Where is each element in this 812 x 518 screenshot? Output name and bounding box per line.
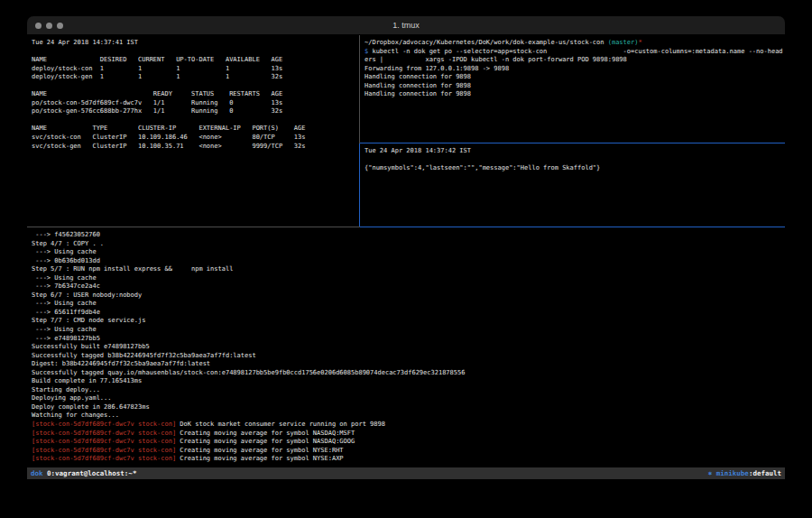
zoom-button[interactable] [57,23,63,29]
terminal-line [32,82,359,91]
terminal-line: Step 5/7 : RUN npm install express && np… [32,265,785,274]
pane-skaffold-log[interactable]: ---> f45623052760Step 4/7 : COPY . . ---… [27,227,785,467]
tmux-status-bar: dok 0:vagrant@localhost:~* ⎈ minikube:de… [27,467,785,479]
terminal-line: [stock-con-5d7df689cf-dwc7v stock-con] C… [32,455,785,464]
minimize-button[interactable] [46,23,52,29]
terminal-line [32,48,359,57]
tmux-session-window-label: dok 0:vagrant@localhost:~* [31,467,136,479]
terminal-line: [stock-con-5d7df689cf-dwc7v stock-con] D… [32,421,785,430]
terminal-line: ---> f45623052760 [32,231,785,240]
kube-context-label: ⎈ minikube:default [708,467,781,479]
terminal-line: Forwarding from 127.0.0.1:9898 -> 9898 [364,65,785,74]
terminal-line: Successfully tagged b38b42246945fd7f32c5… [32,352,785,361]
terminal-line: dok 0:vagrant@localhost:~* [31,467,136,479]
pane-kubectl-watch[interactable]: Tue 24 Apr 2018 14:37:41 ISTNAME DESIRED… [27,35,359,227]
terminal-line: ---> 7b6347ce2a4c [32,282,785,291]
terminal-line: Tue 24 Apr 2018 14:37:42 IST [364,147,785,156]
terminal-line: Digest: b38b42246945fd7f32c5ba9aea7af7fd… [32,360,785,369]
terminal-line: deploy/stock-gen 1 1 1 1 32s [32,73,359,82]
terminal-line: svc/stock-con ClusterIP 10.109.186.46 <n… [32,134,359,143]
terminal-line: po/stock-con-5d7df689cf-dwc7v 1/1 Runnin… [32,99,359,108]
terminal-line: NAME READY STATUS RESTARTS AGE [32,90,359,99]
terminal-line: [stock-con-5d7df689cf-dwc7v stock-con] C… [32,447,785,456]
terminal-line: Handling connection for 9898 [364,73,785,82]
terminal-line [32,116,359,125]
terminal-line: Tue 24 Apr 2018 14:37:41 IST [32,39,359,48]
terminal-line: Watching for changes... [32,412,785,421]
terminal-line: [stock-con-5d7df689cf-dwc7v stock-con] C… [32,430,785,439]
terminal-line: $ kubectl -n dok get po --selector=app=s… [364,48,785,57]
terminal-line: ---> 65611ff9db4e [32,309,785,318]
terminal-line: ---> e74898127bb5 [32,335,785,344]
window-title: 1. tmux [392,21,420,30]
terminal-line: Successfully built e74898127bb5 [32,343,785,352]
traffic-light-buttons [35,16,63,34]
pane-service-watch[interactable]: Tue 24 Apr 2018 14:37:42 IST{"numsymbols… [360,143,785,227]
terminal-line [364,156,785,165]
terminal-line: [stock-con-5d7df689cf-dwc7v stock-con] C… [32,438,785,447]
terminal-line: NAME DESIRED CURRENT UP-TO-DATE AVAILABL… [32,56,359,65]
terminal-line: ---> Using cache [32,300,785,309]
terminal-line: Deploy complete in 286.647823ms [32,403,785,412]
pane-divider-horizontal[interactable] [27,227,785,227]
tmux-terminal: Tue 24 Apr 2018 14:37:41 ISTNAME DESIRED… [27,35,785,482]
terminal-line: NAME TYPE CLUSTER-IP EXTERNAL-IP PORT(S)… [32,125,359,134]
terminal-line: Step 7/7 : CMD node service.js [32,317,785,326]
terminal-line: ---> Using cache [32,274,785,283]
terminal-line: Handling connection for 9898 [364,90,785,99]
terminal-line: ---> 0b636bd013dd [32,257,785,266]
terminal-line: ---> Using cache [32,326,785,335]
terminal-line: svc/stock-gen ClusterIP 10.100.35.71 <no… [32,143,359,152]
pane-divider-horizontal-blue-segment [360,227,785,227]
pane-divider-horizontal-gray-segment [27,227,360,227]
terminal-line: Handling connection for 9898 [364,82,785,91]
terminal-line: Step 6/7 : USER nobody:nobody [32,291,785,301]
terminal-line: ---> Using cache [32,248,785,257]
terminal-line: {"numsymbols":4,"lastseen":"","message":… [364,164,785,173]
terminal-line: Successfully tagged quay.io/mhausenblas/… [32,369,785,378]
pane-shell-port-forward[interactable]: ~/Dropbox/advocacy/Kubernetes/DoK/work/d… [360,35,785,143]
terminal-window: 1. tmux Tue 24 Apr 2018 14:37:41 ISTNAME… [27,16,785,482]
terminal-line: ⎈ minikube:default [708,467,781,479]
close-button[interactable] [35,23,42,29]
terminal-line: deploy/stock-con 1 1 1 1 13s [32,65,359,74]
terminal-line: Deploying app.yaml... [32,394,785,403]
terminal-line: ~/Dropbox/advocacy/Kubernetes/DoK/work/d… [364,39,785,48]
terminal-line: Step 4/7 : COPY . . [32,240,785,249]
terminal-line: Starting deploy... [32,386,785,395]
terminal-line: Build complete in 77.165413ms [32,377,785,386]
terminal-line: po/stock-gen-576cc688bb-277hx 1/1 Runnin… [32,107,359,116]
window-titlebar: 1. tmux [27,16,785,35]
terminal-line: ers | xargs -IPOD kubectl -n dok port-fo… [364,56,785,65]
